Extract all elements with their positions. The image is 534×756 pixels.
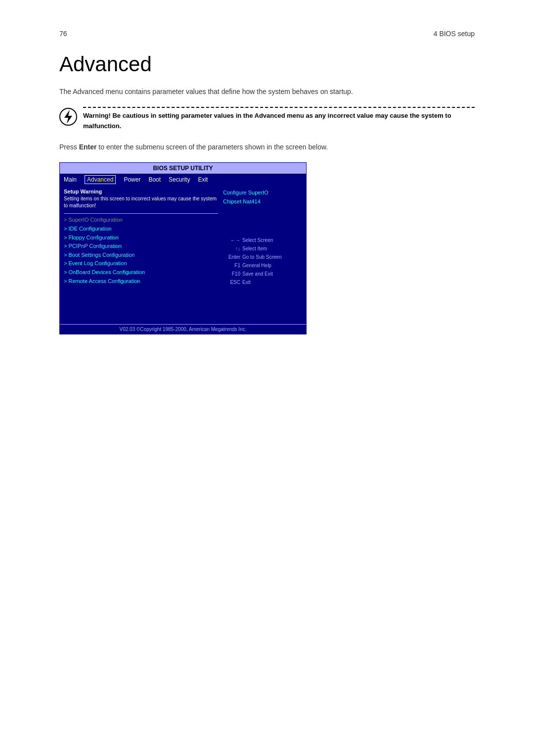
key-save-label: Save and Exit (242, 270, 273, 278)
list-item[interactable]: > Floppy Configuration (64, 234, 218, 242)
dotted-line (83, 107, 475, 108)
list-item[interactable]: > Event Log Configuration (64, 259, 218, 268)
content-area: Advanced The Advanced menu contains para… (0, 43, 534, 364)
bios-menu-main[interactable]: Main (64, 176, 77, 183)
key-f10: F10 (223, 270, 240, 278)
bios-right-panel: Configure SuperIO Chipset Nat414 ←→ Sele… (223, 189, 302, 321)
key-subscreen-label: Go to Sub Screen (242, 253, 282, 261)
bios-title-bar: BIOS SETUP UTILITY (60, 163, 306, 174)
key-row-subscreen: Enter Go to Sub Screen (223, 253, 302, 261)
svg-marker-1 (64, 110, 72, 124)
intro-text: The Advanced menu contains parameter val… (59, 86, 475, 97)
page-header: 76 4 BIOS setup (0, 0, 534, 43)
page: 76 4 BIOS setup Advanced The Advanced me… (0, 0, 534, 756)
key-row-help: F1 General Help (223, 261, 302, 270)
enter-key-label: Enter (79, 143, 97, 151)
bios-menu-exit[interactable]: Exit (198, 176, 208, 183)
lightning-icon (59, 108, 77, 126)
bios-right-info: Configure SuperIO Chipset Nat414 (223, 189, 302, 206)
bios-footer: V02.03 ©Copyright 1985-2000, American Me… (60, 324, 306, 334)
key-f1: F1 (223, 261, 240, 270)
bios-right-line1: Configure SuperIO (223, 189, 302, 197)
bios-left-panel: Setup Warning Setting items on this scre… (64, 189, 223, 321)
key-row-save: F10 Save and Exit (223, 270, 302, 278)
chapter-title: 4 BIOS setup (434, 30, 475, 38)
key-row-esc: ESC Exit (223, 278, 302, 286)
key-enter: Enter (223, 253, 240, 261)
main-heading: Advanced (59, 52, 475, 76)
bios-menu-power[interactable]: Power (124, 176, 140, 183)
bios-body: Setup Warning Setting items on this scre… (60, 186, 306, 324)
key-esc-label: Exit (242, 278, 251, 286)
bios-menu-list: > SuperIO Configuration > IDE Configurat… (64, 216, 218, 285)
bios-menu-boot[interactable]: Boot (148, 176, 161, 183)
list-item[interactable]: > PCIPnP Configuration (64, 242, 218, 251)
bios-warning-title: Setup Warning (64, 189, 218, 194)
key-arrows-ud: ↑↓ (223, 244, 240, 253)
list-item[interactable]: > Boot Settings Configuration (64, 251, 218, 260)
warning-box: Warning! Be cautious in setting paramete… (59, 107, 475, 132)
key-help-label: General Help (242, 261, 271, 270)
key-row-select-item: ↑↓ Select Item (223, 244, 302, 253)
warning-bold: Warning! Be cautious in setting paramete… (83, 112, 451, 130)
warning-text: Warning! Be cautious in setting paramete… (83, 111, 475, 132)
page-number: 76 (59, 30, 67, 38)
bios-menu-bar: Main Advanced Power Boot Security Exit (60, 174, 306, 186)
bios-screen: BIOS SETUP UTILITY Main Advanced Power B… (59, 162, 307, 334)
bios-menu-security[interactable]: Security (169, 176, 190, 183)
bios-right-line2: Chipset Nat414 (223, 197, 302, 206)
key-esc: ESC (223, 278, 240, 286)
key-select-screen-label: Select Screen (242, 236, 273, 244)
list-item[interactable]: > OnBoard Devices Configuration (64, 268, 218, 277)
press-enter-text: Press Enter to enter the submenu screen … (59, 142, 475, 152)
bios-separator (64, 213, 218, 214)
key-arrows-lr: ←→ (223, 236, 240, 244)
bios-menu-advanced[interactable]: Advanced (85, 175, 116, 184)
list-item[interactable]: > Remote Access Configuration (64, 277, 218, 286)
key-select-item-label: Select Item (242, 244, 267, 253)
warning-line-area: Warning! Be cautious in setting paramete… (83, 107, 475, 132)
key-row-select-screen: ←→ Select Screen (223, 236, 302, 244)
bios-keys: ←→ Select Screen ↑↓ Select Item Enter Go… (223, 236, 302, 286)
bios-warning-desc: Setting items on this screen to incorrec… (64, 195, 218, 209)
list-item[interactable]: > IDE Configuration (64, 225, 218, 234)
list-item[interactable]: > SuperIO Configuration (64, 216, 218, 225)
